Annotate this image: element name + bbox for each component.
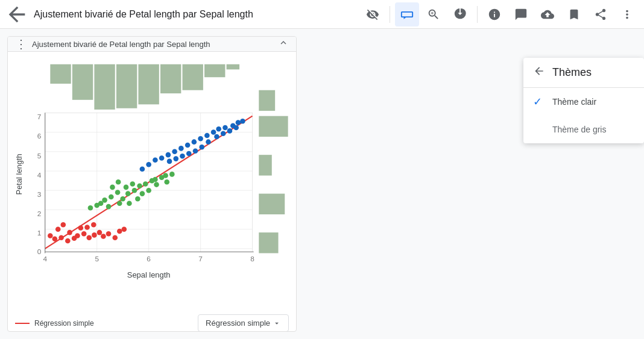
regression-dropdown[interactable]: Régression simple [198,314,289,332]
theme-gris-item[interactable]: ✓ Thème de gris [523,116,644,143]
chat-button[interactable] [509,2,533,26]
svg-point-68 [88,205,93,211]
back-button[interactable] [5,2,29,26]
svg-text:8: 8 [250,255,254,263]
y-axis-label: Petal length [14,154,24,194]
svg-point-43 [61,222,66,228]
svg-point-71 [117,201,122,206]
svg-point-46 [91,222,96,228]
svg-point-52 [120,196,125,202]
bookmark-button[interactable] [562,2,586,26]
svg-point-67 [146,188,151,193]
top-histogram [50,64,239,110]
main-content: ⋮ Ajustement bivarié de Petal length par… [0,29,644,339]
svg-point-89 [223,125,228,131]
hide-button[interactable] [361,2,385,26]
y-axis-labels: 0 1 2 3 4 5 6 7 [37,113,42,255]
svg-point-85 [198,136,203,142]
svg-rect-10 [259,194,285,214]
themes-selected-check: ✓ [533,95,545,108]
svg-point-75 [163,173,168,178]
svg-point-94 [173,156,178,161]
svg-point-37 [101,234,106,239]
svg-point-60 [164,179,169,185]
svg-point-33 [86,235,92,240]
svg-text:5: 5 [95,255,99,263]
zoom-button[interactable] [421,2,446,26]
panel-header: ⋮ Ajustement bivarié de Petal length par… [8,37,296,52]
themes-header: Thèmes [523,58,644,88]
svg-point-28 [58,235,64,240]
share-button[interactable] [589,2,613,26]
svg-point-53 [125,191,131,196]
themes-title: Thèmes [552,66,592,79]
pan-button[interactable] [448,2,472,26]
svg-point-41 [122,226,127,232]
legend-text: Régression simple [34,319,94,328]
svg-point-78 [153,157,158,163]
svg-point-84 [192,139,197,145]
toolbar: Ajustement bivarié de Petal length par S… [0,0,644,29]
svg-point-95 [180,154,185,159]
chart-panel: ⋮ Ajustement bivarié de Petal length par… [7,36,297,332]
svg-point-38 [106,231,112,237]
svg-point-86 [204,133,210,138]
svg-point-50 [109,194,114,200]
themes-back-button[interactable] [533,65,545,80]
svg-text:0: 0 [37,247,42,256]
svg-text:4: 4 [37,171,42,179]
svg-point-44 [78,225,84,231]
svg-text:5: 5 [37,152,42,160]
svg-text:4: 4 [43,255,47,263]
svg-text:1: 1 [37,229,42,237]
svg-point-31 [75,233,80,238]
svg-rect-13 [259,90,275,111]
panel-drag-handle[interactable]: ⋮ [15,37,27,51]
svg-point-65 [130,181,135,187]
upload-button[interactable] [535,2,560,26]
svg-rect-1 [72,64,93,100]
svg-rect-5 [160,64,181,93]
svg-rect-4 [138,64,159,105]
svg-point-99 [206,139,211,145]
svg-point-39 [112,235,118,240]
svg-point-81 [172,149,177,154]
svg-point-102 [227,128,233,134]
svg-point-73 [135,196,140,202]
info-button[interactable] [482,2,507,26]
svg-point-62 [110,185,115,190]
svg-point-47 [48,233,53,238]
bivariate-chart: 4 5 6 7 8 0 1 2 3 4 5 6 7 [13,57,291,305]
svg-point-63 [116,179,121,185]
svg-point-72 [127,201,132,206]
svg-point-98 [199,145,204,150]
svg-point-35 [97,230,103,235]
svg-rect-8 [227,64,239,70]
svg-point-74 [153,177,158,182]
svg-point-40 [117,229,122,234]
svg-point-55 [137,183,142,188]
svg-text:6: 6 [37,132,42,140]
theme-clair-item[interactable]: ✓ Thème clair [523,88,644,116]
annotation-button[interactable] [395,2,419,26]
svg-point-70 [106,204,112,210]
panel-title: Ajustement bivarié de Petal length par S… [32,40,278,49]
svg-rect-3 [116,64,137,108]
svg-text:7: 7 [37,113,42,121]
svg-point-58 [154,182,159,187]
svg-point-92 [240,119,245,124]
toolbar-separator-2 [477,6,478,23]
svg-rect-6 [182,64,203,90]
more-button[interactable] [615,2,639,26]
svg-point-76 [140,166,145,172]
svg-point-61 [169,172,175,177]
svg-rect-0 [50,64,71,84]
svg-point-79 [159,155,165,161]
svg-text:2: 2 [37,210,42,218]
svg-point-91 [236,120,241,125]
theme-clair-label: Thème clair [552,97,596,107]
panel-collapse-button[interactable] [278,37,289,51]
svg-rect-11 [259,155,271,175]
svg-point-29 [65,238,71,244]
svg-rect-9 [259,232,278,253]
